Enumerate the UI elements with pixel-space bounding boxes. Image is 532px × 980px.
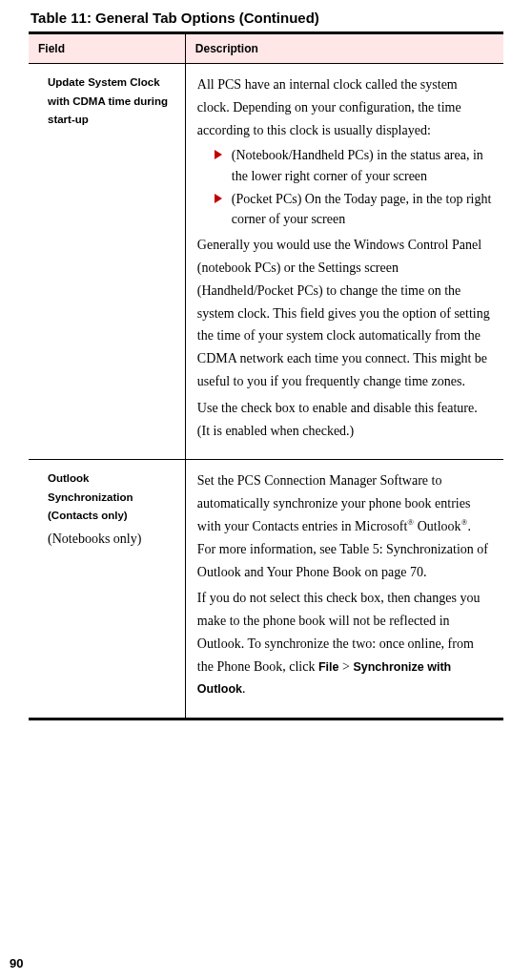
ui-label-file: File <box>318 660 339 674</box>
field-name: Outlook Synchronization (Contacts only) <box>48 472 133 521</box>
desc-text: Set the PCS Connection Manager Software … <box>197 469 492 583</box>
col-description: Description <box>185 33 503 64</box>
list-item: (Notebook/Handheld PCs) in the status ar… <box>215 145 492 186</box>
desc-text: Use the check box to enable and disable … <box>197 397 492 443</box>
list-item: (Pocket PCs) On the Today page, in the t… <box>215 189 492 230</box>
table-row: Outlook Synchronization (Contacts only) … <box>29 460 503 719</box>
bullet-list: (Notebook/Handheld PCs) in the status ar… <box>197 145 492 230</box>
desc-text: Generally you would use the Windows Cont… <box>197 234 492 393</box>
table-row: Update System Clock with CDMA time durin… <box>29 64 503 460</box>
separator: > <box>339 659 354 674</box>
table-title: Table 11: General Tab Options (Continued… <box>31 10 503 26</box>
col-field: Field <box>29 33 185 64</box>
field-name: Update System Clock with CDMA time durin… <box>48 76 168 125</box>
desc-text: All PCS have an internal clock called th… <box>197 73 492 141</box>
text: Outlook <box>414 519 460 533</box>
text: . <box>242 681 246 696</box>
field-cell: Outlook Synchronization (Contacts only) … <box>29 460 185 719</box>
page-number: 90 <box>10 956 23 970</box>
field-note: (Notebooks only) <box>48 528 174 551</box>
desc-cell: All PCS have an internal clock called th… <box>185 64 503 460</box>
field-cell: Update System Clock with CDMA time durin… <box>29 64 185 460</box>
desc-cell: Set the PCS Connection Manager Software … <box>185 460 503 719</box>
desc-text: If you do not select this check box, the… <box>197 587 492 700</box>
page: Table 11: General Tab Options (Continued… <box>0 0 532 980</box>
options-table: Field Description Update System Clock wi… <box>29 31 503 720</box>
